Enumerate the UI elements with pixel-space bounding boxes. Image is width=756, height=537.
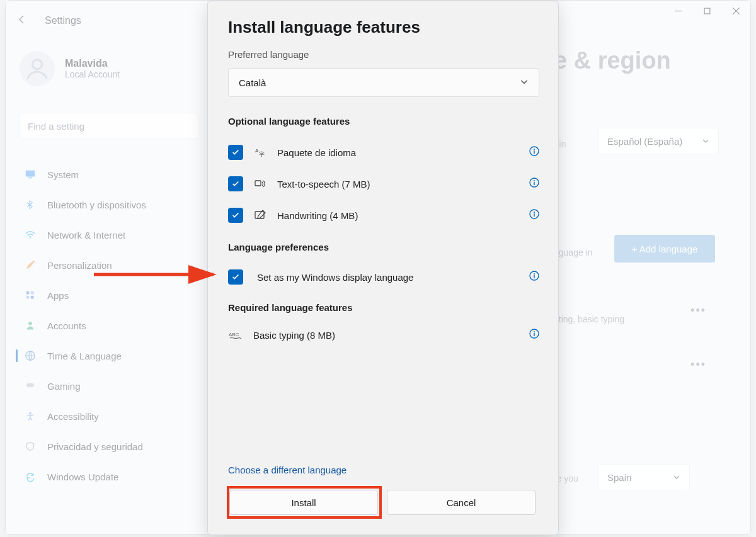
option-set-display-language[interactable]: Set as my Windows display language [228,266,539,288]
country-dropdown[interactable]: Spain [598,464,690,490]
sidebar-item-apps[interactable]: Apps [14,280,203,310]
user-block[interactable]: Malavida Local Account [20,51,120,86]
svg-point-30 [534,273,535,274]
svg-rect-20 [534,150,534,154]
chevron-down-icon [520,77,529,88]
chevron-down-icon [702,136,709,147]
sidebar-item-accounts[interactable]: Accounts [14,310,203,341]
more-icon[interactable]: ••• [690,304,706,317]
wifi-icon [25,229,36,240]
svg-rect-6 [28,178,32,179]
user-name: Malavida [65,58,120,69]
shield-icon [25,441,36,452]
info-icon[interactable] [529,178,539,190]
sidebar-item-personalization[interactable]: Personalization [14,250,203,280]
sidebar-item-windows-update[interactable]: Windows Update [14,461,203,492]
info-icon[interactable] [529,146,539,159]
search-input[interactable]: Find a setting [20,113,198,139]
sidebar-item-label: System [47,169,79,180]
svg-rect-5 [26,171,35,177]
sidebar-item-label: Time & Language [47,351,122,361]
option-language-pack[interactable]: A字 Paquete de idioma [228,141,539,164]
checkbox-checked[interactable] [228,208,243,223]
sidebar-item-label: Accessibility [47,411,99,422]
settings-window: Settings Malavida Local Account Find a s… [5,0,751,534]
option-label: Handwriting (4 MB) [277,210,358,221]
sidebar-item-label: Privacidad y seguridad [47,441,143,452]
svg-rect-28 [534,213,534,217]
language-dropdown[interactable]: Català [228,68,539,97]
avatar-icon [20,51,55,86]
dialog-buttons: Install Cancel [229,490,536,515]
option-handwriting[interactable]: Handwriting (4 MB) [228,204,539,227]
svg-rect-24 [534,182,534,185]
svg-point-7 [30,238,31,239]
bluetooth-icon [25,199,36,210]
maximize-button[interactable] [692,1,721,21]
accessibility-icon [25,410,36,422]
sidebar-item-label: Accounts [47,320,86,331]
svg-point-15 [29,412,31,414]
install-button[interactable]: Install [229,490,378,515]
info-icon[interactable] [529,329,539,341]
sidebar-item-time-language[interactable]: Time & Language [14,341,203,371]
sidebar-item-bluetooth[interactable]: Bluetooth y dispositivos [14,189,203,220]
sidebar-item-network[interactable]: Network & Internet [14,220,203,250]
more-icon[interactable]: ••• [690,358,706,371]
svg-point-4 [33,60,42,69]
svg-rect-9 [31,291,34,295]
option-label: Paquete de idioma [277,147,356,158]
country-value: Spain [607,472,631,483]
sidebar-item-label: Windows Update [47,472,118,482]
basic-typing-icon: ABC [228,330,243,340]
sidebar-item-system[interactable]: System [14,159,203,189]
sidebar-item-label: Apps [47,290,69,301]
display-language-value: Español (España) [607,136,682,147]
tts-icon [253,178,267,190]
monitor-icon [25,169,36,180]
svg-point-19 [534,149,535,150]
back-icon[interactable] [17,14,27,27]
add-language-button[interactable]: + Add language [614,235,715,263]
minimize-button[interactable] [663,1,692,21]
close-button[interactable] [721,1,750,21]
sidebar-item-label: Bluetooth y dispositivos [47,200,146,210]
lang-item-subtitle-partial: riting, basic typing [554,314,624,324]
sidebar-item-label: Network & Internet [47,230,125,240]
svg-rect-10 [26,296,30,299]
globe-icon [25,350,36,361]
section-language-preferences: Language preferences [228,242,329,252]
page-title-partial: e & region [554,47,671,74]
svg-point-12 [28,322,32,325]
install-language-dialog: Install language features Preferred lang… [207,1,559,535]
sidebar: System Bluetooth y dispositivos Network … [14,159,203,492]
checkbox-checked[interactable] [228,176,243,191]
sidebar-item-privacy[interactable]: Privacidad y seguridad [14,431,203,461]
cancel-button[interactable]: Cancel [387,490,536,515]
sidebar-item-label: Gaming [47,381,81,392]
svg-text:字: 字 [259,151,265,157]
info-icon[interactable] [529,209,539,222]
svg-rect-1 [704,8,710,14]
svg-rect-8 [26,291,30,295]
option-text-to-speech[interactable]: Text-to-speech (7 MB) [228,172,539,195]
user-subtitle: Local Account [65,69,120,79]
option-label: Basic typing (8 MB) [253,330,335,341]
svg-rect-31 [534,275,534,278]
info-icon[interactable] [529,271,539,283]
checkbox-checked[interactable] [228,145,243,160]
checkbox-checked[interactable] [228,269,243,285]
display-language-dropdown[interactable]: Español (España) [598,128,719,154]
svg-text:ABC: ABC [229,332,239,337]
add-language-label: + Add language [632,244,698,254]
chevron-down-icon [673,472,680,483]
svg-rect-35 [534,333,534,336]
option-basic-typing: ABC Basic typing (8 MB) [228,324,539,346]
sidebar-item-gaming[interactable]: Gaming [14,371,203,401]
svg-rect-21 [255,181,261,186]
language-pack-icon: A字 [253,146,267,159]
choose-different-language-link[interactable]: Choose a different language [228,465,346,475]
section-required-features: Required language features [228,302,353,313]
sidebar-item-accessibility[interactable]: Accessibility [14,401,203,431]
brush-icon [25,259,36,271]
